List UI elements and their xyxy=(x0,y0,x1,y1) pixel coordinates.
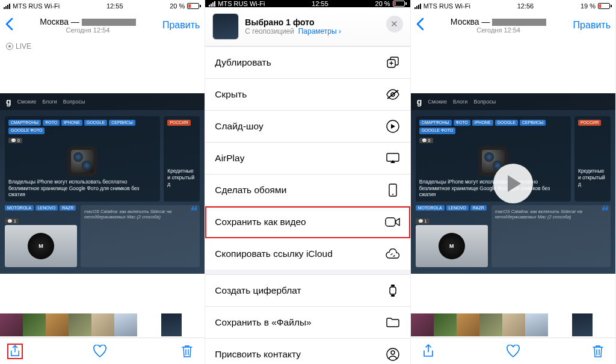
thumbnail-strip[interactable] xyxy=(411,312,615,338)
edit-button[interactable]: Править xyxy=(573,20,611,31)
signal-icon xyxy=(4,3,10,9)
action-list-secondary: Создать циферблат Сохранить в «Файлы» Пр… xyxy=(205,274,410,364)
photo-viewer[interactable]: g Смокие Блоги Вопросы СМАРТФОНЫ ФОТО IP… xyxy=(0,54,205,312)
nav-title: Москва — xyxy=(424,17,573,26)
carrier-label: MTS RUS Wi-Fi xyxy=(424,2,470,10)
action-assign-contact[interactable]: Присвоить контакту xyxy=(205,339,410,364)
status-bar: MTS RUS Wi-Fi 12:56 19 % xyxy=(411,0,615,12)
action-slideshow[interactable]: Слайд-шоу xyxy=(205,111,410,143)
thumbnail[interactable] xyxy=(69,313,91,336)
airplay-icon xyxy=(385,150,401,166)
action-duplicate[interactable]: Дублировать xyxy=(205,47,410,79)
watch-icon xyxy=(385,283,401,298)
thumbnail-selected[interactable] xyxy=(571,313,594,336)
thumbnail[interactable] xyxy=(46,313,69,336)
svg-point-12 xyxy=(391,351,395,354)
thumbnail[interactable] xyxy=(411,313,434,336)
phone-right: MTS RUS Wi-Fi 12:56 19 % Москва — Сегодн… xyxy=(411,0,616,364)
action-list: Дублировать Скрыть Слайд-шоу AirPlay xyxy=(205,46,410,270)
share-button[interactable] xyxy=(7,344,23,359)
thumbnail[interactable] xyxy=(434,313,457,336)
nav-bar: Москва — Сегодня 12:54 Править xyxy=(411,12,615,39)
clock: 12:55 xyxy=(312,0,328,7)
photo-content: g Смокие Блоги Вопросы СМАРТФОНЫ ФОТО IP… xyxy=(0,93,205,274)
cloud-icon xyxy=(385,246,401,262)
live-badge: LIVE xyxy=(0,39,205,54)
carrier-label: MTS RUS Wi-Fi xyxy=(13,2,60,10)
nav-bar: Москва — Сегодня 12:54 Править xyxy=(0,12,205,39)
svg-rect-10 xyxy=(391,295,395,297)
back-button[interactable] xyxy=(5,16,13,35)
action-hide[interactable]: Скрыть xyxy=(205,79,410,111)
svg-rect-9 xyxy=(391,285,395,286)
action-save-to-files[interactable]: Сохранить в «Файлы» xyxy=(205,307,410,339)
favorite-button[interactable] xyxy=(92,344,108,359)
status-bar: MTS RUS Wi-Fi 12:55 20 % xyxy=(0,0,205,12)
folder-icon xyxy=(385,315,401,330)
clock: 12:56 xyxy=(517,2,534,10)
favorite-button[interactable] xyxy=(505,344,521,359)
live-icon xyxy=(6,43,13,50)
thumbnail-strip[interactable] xyxy=(0,312,205,338)
delete-button[interactable] xyxy=(590,344,606,359)
duplicate-icon xyxy=(385,55,401,70)
thumbnail[interactable] xyxy=(114,313,137,336)
edit-button[interactable]: Править xyxy=(162,20,200,31)
action-wallpaper[interactable]: Сделать обоями xyxy=(205,174,410,206)
sheet-title: Выбрано 1 фото xyxy=(245,17,341,27)
action-save-as-video[interactable]: Сохранить как видео xyxy=(205,206,410,238)
tag-row: СМАРТФОНЫ ФОТО IPHONE GOOGLE СЕРВИСЫ GOO… xyxy=(8,120,156,135)
thumbnail[interactable] xyxy=(23,313,46,336)
share-button[interactable] xyxy=(420,344,436,359)
battery-icon xyxy=(598,3,612,9)
hide-icon xyxy=(385,87,401,102)
thumbnail[interactable] xyxy=(457,313,479,336)
battery-pct: 20 % xyxy=(375,0,390,7)
share-sheet: Выбрано 1 фото С геопозицией Параметры ›… xyxy=(205,7,410,364)
bottom-toolbar xyxy=(0,338,205,364)
close-button[interactable]: ✕ xyxy=(386,16,403,32)
video-icon xyxy=(385,214,401,230)
nav-title: Москва — xyxy=(13,17,162,26)
status-bar: MTS RUS Wi-Fi 12:55 20 % xyxy=(205,0,410,7)
action-copy-icloud-link[interactable]: Скопировать ссылку iCloud xyxy=(205,238,410,270)
bottom-toolbar xyxy=(411,338,615,364)
thumbnail[interactable] xyxy=(0,313,23,336)
thumbnail[interactable] xyxy=(502,313,525,336)
clock: 12:55 xyxy=(106,2,123,10)
phone-icon xyxy=(385,182,401,198)
play-button[interactable] xyxy=(493,164,533,203)
svg-rect-8 xyxy=(390,287,396,294)
thumbnail[interactable] xyxy=(91,313,114,336)
signal-icon xyxy=(209,1,215,7)
thumbnail-selected[interactable] xyxy=(160,313,183,336)
nav-subtitle: Сегодня 12:54 xyxy=(13,26,162,34)
params-link[interactable]: Параметры › xyxy=(298,27,341,35)
svg-rect-7 xyxy=(386,218,395,226)
svg-point-6 xyxy=(392,194,393,195)
carrier-label: MTS RUS Wi-Fi xyxy=(218,0,265,7)
battery-icon xyxy=(393,1,407,7)
thumbnail[interactable] xyxy=(479,313,502,336)
battery-pct: 19 % xyxy=(581,2,596,10)
nav-subtitle: Сегодня 12:54 xyxy=(424,26,573,34)
action-airplay[interactable]: AirPlay xyxy=(205,143,410,174)
phone-middle: MTS RUS Wi-Fi 12:55 20 % Выбрано 1 фото … xyxy=(205,0,410,364)
play-circle-icon xyxy=(385,119,401,134)
signal-icon xyxy=(414,3,421,9)
sheet-thumbnail xyxy=(212,13,239,40)
phone-left: MTS RUS Wi-Fi 12:55 20 % Москва — Сегодн… xyxy=(0,0,205,364)
battery-pct: 20 % xyxy=(170,2,185,10)
sheet-header: Выбрано 1 фото С геопозицией Параметры ›… xyxy=(205,7,410,46)
action-create-watchface[interactable]: Создать циферблат xyxy=(205,275,410,307)
battery-icon xyxy=(187,3,201,9)
delete-button[interactable] xyxy=(179,344,195,359)
thumbnail[interactable] xyxy=(525,313,548,336)
contact-icon xyxy=(385,347,401,362)
back-button[interactable] xyxy=(416,16,424,35)
sheet-subtitle: С геопозицией Параметры › xyxy=(245,27,341,35)
photo-viewer[interactable]: g Смокие Блоги Вопросы СМАРТФОНЫ ФОТО IP… xyxy=(411,54,615,312)
